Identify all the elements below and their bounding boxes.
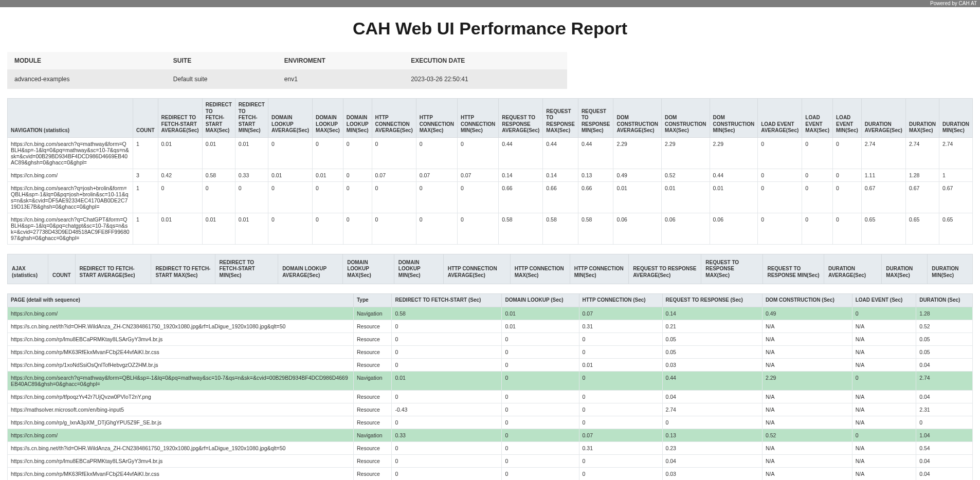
detail-cell: 0.04 <box>916 467 973 480</box>
nav-url-cell: https://cn.bing.com/search?q=josh+brolin… <box>8 181 133 213</box>
nav-cell: 0 <box>343 169 372 181</box>
detail-cell: 0 <box>502 345 579 358</box>
nav-header: COUNT <box>133 99 158 138</box>
nav-cell: 0.07 <box>457 169 498 181</box>
detail-row: https://cn.bing.com/rp/MK63RfEkxMvanFCbj… <box>8 467 973 480</box>
detail-cell: 0.05 <box>662 333 762 345</box>
detail-row: https://cn.bing.com/rp/lmu8EBCaPRMKtay8L… <box>8 333 973 345</box>
nav-cell: 0 <box>235 181 268 213</box>
detail-cell: 0 <box>392 358 502 371</box>
detail-cell: 0.21 <box>662 320 762 333</box>
ajax-header: COUNT <box>48 254 75 284</box>
info-header: MODULE <box>7 52 166 69</box>
info-value: 2023-03-26 22:50:41 <box>404 69 567 89</box>
nav-cell: 0.01 <box>158 213 202 244</box>
ajax-header: DOMAIN LOOKUP MIN(Sec) <box>394 254 443 284</box>
nav-row: https://cn.bing.com/search?q=josh+brolin… <box>8 181 973 213</box>
nav-cell: 0.67 <box>939 181 972 213</box>
nav-cell: 0 <box>758 137 802 169</box>
detail-cell: Resource <box>354 333 392 345</box>
detail-cell: 2.29 <box>762 371 852 390</box>
nav-row: https://cn.bing.com/search?q=mathway&for… <box>8 137 973 169</box>
nav-cell: 1 <box>133 213 158 244</box>
detail-header: HTTP CONNECTION (Sec) <box>579 294 662 307</box>
nav-cell: 0.01 <box>710 181 758 213</box>
nav-cell: 0 <box>802 181 833 213</box>
detail-cell: 0 <box>852 307 916 320</box>
detail-row: https://cn.bing.com/rp/g_lxnA3pXM_DTjGhg… <box>8 416 973 429</box>
detail-row: https://mathsolver.microsoft.com/en/bing… <box>8 403 973 416</box>
detail-cell: N/A <box>852 320 916 333</box>
detail-row: https://s.cn.bing.net/th?id=OHR.WildAnza… <box>8 441 973 454</box>
nav-cell: 0.14 <box>499 169 543 181</box>
nav-cell: 0.44 <box>578 137 613 169</box>
detail-cell: N/A <box>762 333 852 345</box>
detail-header: Type <box>354 294 392 307</box>
ajax-header: HTTP CONNECTION MIN(Sec) <box>570 254 628 284</box>
detail-cell: N/A <box>762 390 852 403</box>
info-header: ENVIROMENT <box>277 52 404 69</box>
detail-cell: 0 <box>392 441 502 454</box>
nav-cell: 2.74 <box>939 137 972 169</box>
nav-cell: 0.66 <box>543 181 578 213</box>
nav-header: DURATION AVERAGE(Sec) <box>861 99 905 138</box>
detail-cell: 0.01 <box>502 320 579 333</box>
nav-cell: 1 <box>133 137 158 169</box>
nav-header: HTTP CONNECTION MIN(Sec) <box>457 99 498 138</box>
detail-cell: N/A <box>852 403 916 416</box>
ajax-header: HTTP CONNECTION AVERAGE(Sec) <box>443 254 510 284</box>
nav-cell: 0 <box>457 181 498 213</box>
nav-header: REDIRECT TO FETCH-START MAX(Sec) <box>202 99 235 138</box>
nav-cell: 0.65 <box>861 213 905 244</box>
detail-cell: 0 <box>579 467 662 480</box>
nav-cell: 0.06 <box>662 213 710 244</box>
detail-url-cell: https://cn.bing.com/rp/tfpoqzYv42r7UjQvz… <box>8 390 354 403</box>
info-header: SUITE <box>166 52 277 69</box>
ajax-header: REDIRECT TO FETCH-START MIN(Sec) <box>215 254 278 284</box>
detail-url-cell: https://cn.bing.com/rp/MK63RfEkxMvanFCbj… <box>8 345 354 358</box>
detail-cell: Resource <box>354 390 392 403</box>
nav-cell: 0 <box>202 181 235 213</box>
detail-cell: Navigation <box>354 429 392 441</box>
detail-cell: 0 <box>852 371 916 390</box>
nav-cell: 0.49 <box>613 169 662 181</box>
nav-cell: 1.11 <box>861 169 905 181</box>
nav-cell: 0 <box>268 181 312 213</box>
detail-cell: 0 <box>502 390 579 403</box>
detail-row: https://cn.bing.com/Navigation0.3300.070… <box>8 429 973 441</box>
nav-header: HTTP CONNECTION MAX(Sec) <box>416 99 457 138</box>
detail-url-cell: https://cn.bing.com/rp/1xoNdSsiOsQnlTofH… <box>8 358 354 371</box>
detail-cell: 0.01 <box>392 371 502 390</box>
detail-url-cell: https://cn.bing.com/rp/MK63RfEkxMvanFCbj… <box>8 467 354 480</box>
detail-cell: 0 <box>392 467 502 480</box>
nav-url-cell: https://cn.bing.com/search?q=ChatGPT&for… <box>8 213 133 244</box>
detail-cell: Navigation <box>354 371 392 390</box>
detail-cell: 2.31 <box>916 403 973 416</box>
detail-cell: 0 <box>392 454 502 467</box>
nav-cell: 0 <box>758 213 802 244</box>
nav-cell: 0.58 <box>499 213 543 244</box>
nav-cell: 1 <box>133 181 158 213</box>
detail-cell: 0.52 <box>762 429 852 441</box>
info-value: advanced-examples <box>7 69 166 89</box>
detail-header: DOM CONSTRUCTION (Sec) <box>762 294 852 307</box>
detail-header: LOAD EVENT (Sec) <box>852 294 916 307</box>
detail-cell: 0.03 <box>662 358 762 371</box>
nav-cell: 0.13 <box>578 169 613 181</box>
detail-cell: N/A <box>852 441 916 454</box>
detail-url-cell: https://mathsolver.microsoft.com/en/bing… <box>8 403 354 416</box>
detail-cell: 0 <box>579 416 662 429</box>
nav-cell: 0 <box>758 181 802 213</box>
detail-cell: 0.58 <box>392 307 502 320</box>
detail-cell: N/A <box>852 333 916 345</box>
nav-header: DOM CONSTRUCTION MIN(Sec) <box>710 99 758 138</box>
detail-cell: 0 <box>579 345 662 358</box>
nav-header: NAVIGATION (statistics) <box>8 99 133 138</box>
nav-header: LOAD EVENT MAX(Sec) <box>802 99 833 138</box>
nav-header: DURATION MIN(Sec) <box>939 99 972 138</box>
nav-cell: 0.65 <box>905 213 939 244</box>
detail-cell: N/A <box>762 467 852 480</box>
detail-cell: 0.52 <box>916 320 973 333</box>
nav-header: HTTP CONNECTION AVERAGE(Sec) <box>372 99 416 138</box>
nav-cell: 0.58 <box>202 169 235 181</box>
